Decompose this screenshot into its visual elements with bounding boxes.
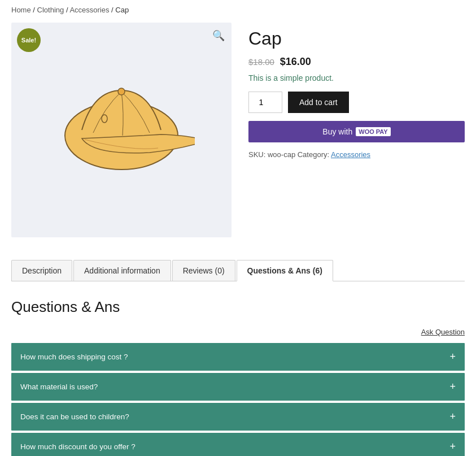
qa-question-2: What material is used? xyxy=(20,383,98,391)
product-image-wrap: Sale! 🔍 xyxy=(11,23,232,237)
woopay-prefix-text: Buy with xyxy=(322,127,352,136)
qa-section: Questions & Ans Ask Question How much do… xyxy=(11,298,465,456)
sku-value: woo-cap xyxy=(268,150,298,159)
tab-description[interactable]: Description xyxy=(11,260,72,281)
tab-reviews[interactable]: Reviews (0) xyxy=(172,260,235,281)
zoom-icon[interactable]: 🔍 xyxy=(212,29,225,42)
simple-product-text: This is a simple product. xyxy=(248,73,465,82)
meta-info: SKU: woo-cap Category: Accessories xyxy=(248,150,465,159)
new-price: $16.00 xyxy=(280,56,311,67)
qa-item-2[interactable]: What material is used? + xyxy=(11,373,465,401)
add-to-cart-button[interactable]: Add to cart xyxy=(288,92,349,113)
woopay-logo: WOO PAY xyxy=(356,127,390,136)
qa-question-3: Does it can be used to children? xyxy=(20,412,129,421)
expand-icon-4: + xyxy=(449,441,456,453)
tabs: Description Additional information Revie… xyxy=(11,260,465,281)
qa-question-4: How much discount do you offer ? xyxy=(20,442,136,451)
ask-question-link[interactable]: Ask Question xyxy=(421,328,465,336)
expand-icon-2: + xyxy=(449,381,456,393)
expand-icon-3: + xyxy=(449,411,456,423)
sku-label: SKU: xyxy=(248,150,265,159)
product-image xyxy=(48,68,195,192)
sale-badge: Sale! xyxy=(17,28,41,52)
accordion: How much does shipping cost ? + What mat… xyxy=(11,343,465,456)
quantity-input[interactable] xyxy=(248,92,282,113)
qa-question-1: How much does shipping cost ? xyxy=(20,353,128,361)
tab-additional-information[interactable]: Additional information xyxy=(73,260,171,281)
breadcrumb-current: Cap xyxy=(115,6,129,14)
expand-icon-1: + xyxy=(449,351,456,363)
product-info: Cap $18.00 $16.00 This is a simple produ… xyxy=(248,23,465,237)
product-area: Sale! 🔍 Cap $18.00 $16.00 xyxy=(11,23,465,237)
add-to-cart-row: Add to cart xyxy=(248,92,465,113)
breadcrumb-clothing[interactable]: Clothing xyxy=(37,6,64,14)
svg-point-1 xyxy=(118,88,125,95)
qa-item-4[interactable]: How much discount do you offer ? + xyxy=(11,433,465,456)
tab-questions-ans[interactable]: Questions & Ans (6) xyxy=(237,260,333,281)
qa-title: Questions & Ans xyxy=(11,298,465,316)
qa-item-1[interactable]: How much does shipping cost ? + xyxy=(11,343,465,371)
breadcrumb-home[interactable]: Home xyxy=(11,6,31,14)
woopay-button[interactable]: Buy with WOO PAY xyxy=(248,121,465,142)
qa-item-3[interactable]: Does it can be used to children? + xyxy=(11,403,465,431)
category-label: Category: xyxy=(298,150,329,159)
price-wrap: $18.00 $16.00 xyxy=(248,56,465,68)
category-link[interactable]: Accessories xyxy=(331,150,370,159)
ask-question-wrap: Ask Question xyxy=(11,327,465,336)
breadcrumb-accessories[interactable]: Accessories xyxy=(69,6,109,14)
old-price: $18.00 xyxy=(248,57,274,67)
product-title: Cap xyxy=(248,28,465,49)
breadcrumb: Home / Clothing / Accessories / Cap xyxy=(11,6,465,14)
